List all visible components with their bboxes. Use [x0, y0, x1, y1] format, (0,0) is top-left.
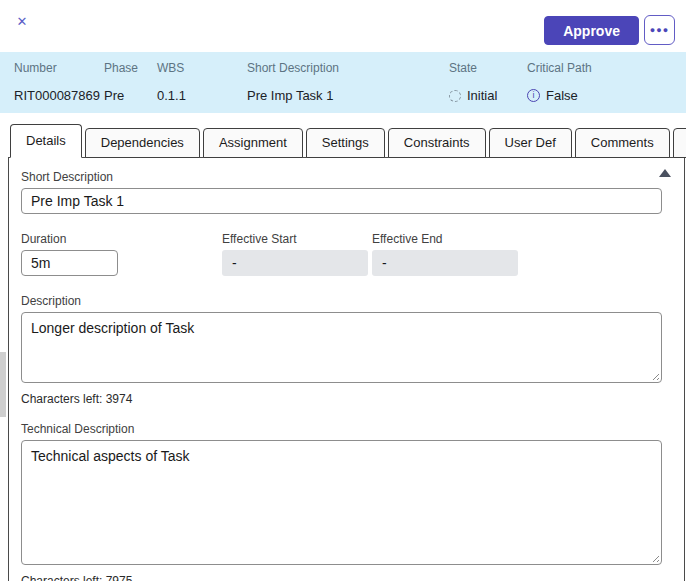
tab-triggers[interactable]: Triggers — [673, 128, 686, 158]
more-actions-button[interactable]: ●●● — [644, 15, 675, 45]
tab-details[interactable]: Details — [10, 124, 82, 158]
duration-row: Duration Effective Start - Effective End… — [21, 232, 662, 276]
short-description-field-group: Short Description — [21, 170, 662, 214]
state-label: State — [449, 61, 477, 75]
short-description-input[interactable] — [21, 188, 662, 214]
tab-assignment[interactable]: Assignment — [203, 128, 303, 158]
duration-field-group: Duration — [21, 232, 222, 276]
duration-input[interactable] — [21, 250, 118, 276]
wbs-label: WBS — [157, 61, 184, 75]
technical-description-chars-left: Characters left: 7975 — [21, 574, 662, 581]
short-description-label: Short Description — [247, 61, 339, 75]
technical-description-label: Technical Description — [21, 422, 662, 436]
description-textarea[interactable]: Longer description of Task — [21, 312, 662, 383]
details-panel: Short Description Duration Effective Sta… — [8, 157, 685, 581]
phase-label: Phase — [104, 61, 138, 75]
critical-path-value: False — [527, 88, 578, 103]
collapse-section-icon[interactable] — [659, 169, 671, 177]
tab-user-def[interactable]: User Def — [489, 128, 572, 158]
wbs-value: 0.1.1 — [157, 88, 186, 103]
close-icon[interactable]: ✕ — [12, 12, 32, 32]
effective-start-value: - — [222, 250, 368, 276]
left-scrollbar-thumb[interactable] — [0, 352, 6, 417]
effective-start-label: Effective Start — [222, 232, 372, 246]
technical-description-textarea[interactable]: Technical aspects of Task — [21, 440, 662, 565]
tab-constraints[interactable]: Constraints — [388, 128, 486, 158]
duration-label: Duration — [21, 232, 222, 246]
phase-value: Pre — [104, 88, 124, 103]
effective-start-field-group: Effective Start - — [222, 232, 372, 276]
number-label: Number — [14, 61, 57, 75]
state-value-text: Initial — [467, 88, 497, 103]
effective-end-label: Effective End — [372, 232, 521, 246]
dashed-circle-icon — [449, 90, 461, 102]
description-chars-left: Characters left: 3974 — [21, 392, 662, 406]
tab-dependencies[interactable]: Dependencies — [85, 128, 200, 158]
record-banner: Number RIT000087869 Phase Pre WBS 0.1.1 … — [0, 52, 686, 113]
effective-end-value: - — [372, 250, 518, 276]
form-short-description-label: Short Description — [21, 170, 662, 184]
number-value: RIT000087869 — [14, 88, 100, 103]
tab-comments[interactable]: Comments — [575, 128, 670, 158]
tab-bar: Details Dependencies Assignment Settings… — [10, 124, 686, 158]
description-label: Description — [21, 294, 662, 308]
effective-end-field-group: Effective End - — [372, 232, 521, 276]
state-value: Initial — [449, 88, 497, 103]
critical-path-value-text: False — [546, 88, 578, 103]
description-field-group: Description Longer description of Task C… — [21, 294, 662, 406]
technical-description-field-group: Technical Description Technical aspects … — [21, 422, 662, 581]
top-action-bar: ✕ Approve ●●● — [0, 0, 686, 52]
info-circle-icon — [527, 89, 540, 102]
tab-settings[interactable]: Settings — [306, 128, 385, 158]
critical-path-label: Critical Path — [527, 61, 592, 75]
short-description-value: Pre Imp Task 1 — [247, 88, 333, 103]
approve-button[interactable]: Approve — [544, 16, 639, 45]
